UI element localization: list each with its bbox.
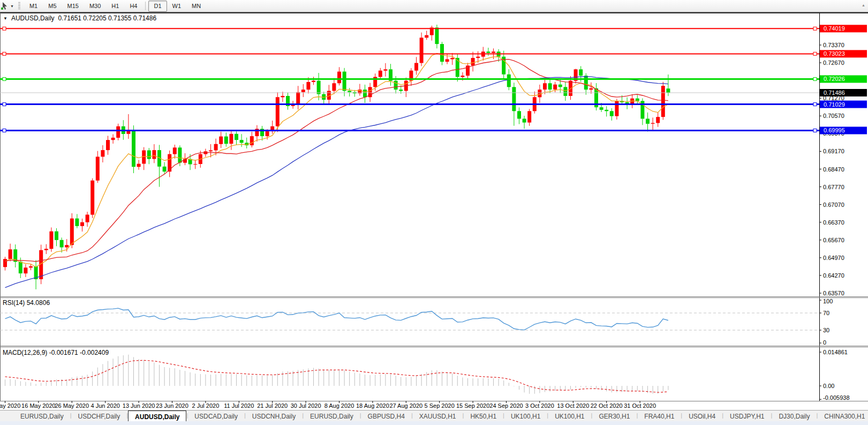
price-tick-label: 0.64270 xyxy=(823,272,844,279)
tab-eurusd-daily[interactable]: EURUSD,Daily xyxy=(304,411,360,421)
date-tick-label: 31 Oct 2020 xyxy=(624,402,656,409)
tab-usoil-h4[interactable]: USOil,H4 xyxy=(682,411,722,421)
tab-gbpusd-h4[interactable]: GBPUSD,H4 xyxy=(361,411,411,421)
level-price-badge-label: 0.73023 xyxy=(824,50,845,57)
timeframe-button-m30[interactable]: M30 xyxy=(84,1,106,12)
level-anchor-right[interactable] xyxy=(813,129,817,132)
rsi-tick-label: 70 xyxy=(823,310,829,316)
level-price-badge-label: 0.72026 xyxy=(824,76,845,82)
cursor-tool-icon[interactable] xyxy=(1,2,9,10)
date-tick-label: 5 Sep 2020 xyxy=(425,402,455,409)
price-tick-label: 0.70570 xyxy=(823,113,844,119)
macd-indicator-label: MACD(12,26,9) -0.001671 -0.002409 xyxy=(3,349,109,356)
timeframe-button-h4[interactable]: H4 xyxy=(124,1,142,12)
tab-usdcad-daily[interactable]: USDCAD,Daily xyxy=(188,411,244,421)
level-price-badge-label: 0.74019 xyxy=(824,25,845,32)
timeframe-button-d1[interactable]: D1 xyxy=(148,1,167,12)
price-tick-label: 0.73370 xyxy=(823,42,844,48)
macd-tick-label: -0.005938 xyxy=(823,394,850,401)
level-price-badge-label: 0.71029 xyxy=(824,101,845,108)
level-anchor-left[interactable] xyxy=(3,27,6,30)
level-anchor-right[interactable] xyxy=(813,103,817,106)
tab-usdjpy-h1[interactable]: USDJPY,H1 xyxy=(723,411,771,421)
rsi-tick-label: 100 xyxy=(823,298,833,304)
date-tick-label: 8 Aug 2020 xyxy=(324,402,354,409)
macd-tick-label: 0.014861 xyxy=(823,349,848,355)
timeframe-button-m15[interactable]: M15 xyxy=(62,1,84,12)
level-anchor-left[interactable] xyxy=(3,52,6,55)
timeframe-button-m5[interactable]: M5 xyxy=(43,1,62,12)
level-anchor-right[interactable] xyxy=(813,52,817,55)
tab-hk50-h1[interactable]: HK50,H1 xyxy=(464,411,503,421)
rsi-indicator-label: RSI(14) 54.0806 xyxy=(3,299,50,307)
current-price-badge-label: 0.71486 xyxy=(824,90,845,96)
date-tick-label: 30 Jul 2020 xyxy=(291,402,321,409)
macd-tick-label: 0.00 xyxy=(823,383,834,389)
date-tick-label: 3 Oct 2020 xyxy=(525,402,554,409)
price-tick-label: 0.67770 xyxy=(823,184,844,190)
chart-symbol-label: AUDUSD,Daily xyxy=(11,14,55,22)
date-tick-label: 18 Aug 2020 xyxy=(356,402,389,409)
date-tick-label: 27 Aug 2020 xyxy=(389,402,422,409)
price-tick-label: 0.69170 xyxy=(823,148,844,154)
tab-usdcnh-daily[interactable]: USDCNH,Daily xyxy=(246,411,302,421)
timeframe-button-h1[interactable]: H1 xyxy=(106,1,124,12)
tab-fra40-h1[interactable]: FRA40,H1 xyxy=(638,411,681,421)
tab-audusd-daily[interactable]: AUDUSD,Daily xyxy=(128,411,186,421)
top-toolbar: ▼ M1M5M15M30H1H4D1W1MN ▲ xyxy=(0,0,868,12)
price-tick-label: 0.64970 xyxy=(823,255,844,261)
date-tick-label: 4 Jun 2020 xyxy=(90,402,119,409)
tab-usdchf-daily[interactable]: USDCHF,Daily xyxy=(72,411,127,421)
toolbar-grip[interactable] xyxy=(18,2,20,10)
rsi-tick-label: 30 xyxy=(823,327,829,333)
chevron-down-icon[interactable]: ▼ xyxy=(10,4,14,8)
price-tick-label: 0.66370 xyxy=(823,219,844,226)
level-anchor-right[interactable] xyxy=(813,27,817,30)
timeframe-button-mn[interactable]: MN xyxy=(186,1,206,12)
price-tick-label: 0.67070 xyxy=(823,202,844,208)
date-tick-label: 11 Jul 2020 xyxy=(224,402,254,409)
date-tick-label: 24 Sep 2020 xyxy=(489,402,523,409)
toolbar-separator xyxy=(145,2,146,10)
tab-eurusd-daily[interactable]: EURUSD,Daily xyxy=(14,411,70,421)
timeframe-button-w1[interactable]: W1 xyxy=(167,1,187,12)
price-chart[interactable]: 0.733700.726700.719700.712700.705700.698… xyxy=(0,0,868,425)
date-tick-label: 26 May 2020 xyxy=(55,402,89,409)
level-anchor-right[interactable] xyxy=(813,77,817,80)
price-tick-label: 0.65670 xyxy=(823,237,844,243)
tab-china300-h1[interactable]: CHINA300,H1 xyxy=(818,411,868,421)
status-strip xyxy=(0,421,868,425)
date-tick-label: 21 Jul 2020 xyxy=(257,402,288,409)
date-tick-label: 13 Oct 2020 xyxy=(557,402,589,409)
timeframe-button-m1[interactable]: M1 xyxy=(24,1,43,12)
tab-dj30-daily[interactable]: DJ30,Daily xyxy=(772,411,816,421)
level-anchor-left[interactable] xyxy=(3,103,6,106)
date-tick-label: 15 Sep 2020 xyxy=(456,402,489,409)
tab-uk100-h1[interactable]: UK100,H1 xyxy=(548,411,591,421)
tab-ger30-h1[interactable]: GER30,H1 xyxy=(592,411,636,421)
toolbar-overflow-icon[interactable]: ▲ xyxy=(862,3,865,7)
date-tick-label: 22 Oct 2020 xyxy=(591,402,623,409)
price-tick-label: 0.68470 xyxy=(823,166,844,173)
chart-tabbar: EURUSD,Daily|USDCHF,Daily|AUDUSD,Daily|U… xyxy=(0,410,868,421)
chart-title: ▼ AUDUSD,Daily 0.71651 0.72205 0.71355 0… xyxy=(3,14,156,22)
date-tick-label: 2 Jul 2020 xyxy=(192,402,220,409)
chart-background xyxy=(0,13,868,410)
date-tick-label: 13 Jun 2020 xyxy=(123,402,155,409)
date-tick-label: 7 May 2020 xyxy=(0,402,20,409)
level-anchor-left[interactable] xyxy=(3,129,6,132)
rsi-tick-label: 0 xyxy=(823,339,826,346)
price-tick-label: 0.63570 xyxy=(823,290,844,296)
tab-xauusd-h1[interactable]: XAUUSD,H1 xyxy=(413,411,463,421)
chart-ohlc-values: 0.71651 0.72205 0.71355 0.71486 xyxy=(58,14,157,22)
date-tick-label: 23 Jun 2020 xyxy=(156,402,188,409)
date-tick-label: 16 May 2020 xyxy=(21,402,56,409)
level-anchor-left[interactable] xyxy=(3,77,6,80)
price-tick-label: 0.72670 xyxy=(823,59,844,66)
tab-uk100-h1[interactable]: UK100,H1 xyxy=(504,411,547,421)
collapse-icon[interactable]: ▼ xyxy=(3,16,7,21)
level-price-badge-label: 0.69995 xyxy=(824,127,845,133)
